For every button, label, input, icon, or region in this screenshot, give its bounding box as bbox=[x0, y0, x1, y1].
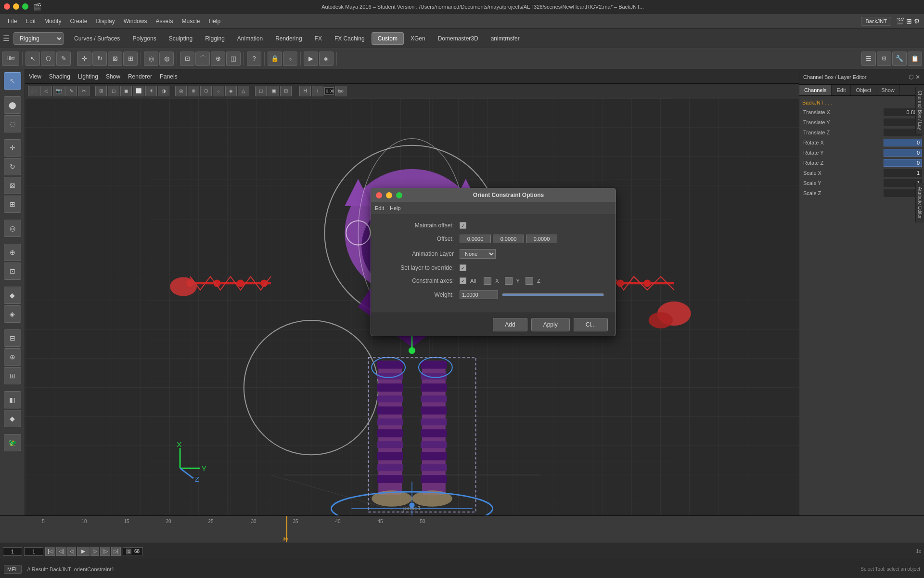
attr-value-rotatex[interactable]: 0 bbox=[884, 139, 922, 146]
dialog-close-footer-btn[interactable]: Cl... bbox=[574, 318, 608, 331]
camera-name[interactable]: BackJNT bbox=[861, 17, 891, 26]
question-btn[interactable]: ? bbox=[247, 52, 261, 66]
lasso-tool-btn[interactable]: ⬡ bbox=[41, 52, 55, 66]
soft-select-tool[interactable]: ◎ bbox=[4, 220, 21, 237]
timeline-scrubber[interactable]: 5 10 15 20 25 30 35 40 45 50 39 bbox=[0, 516, 924, 542]
universal-tool-btn[interactable]: ⊞ bbox=[123, 52, 138, 66]
menu-edit[interactable]: Edit bbox=[22, 16, 39, 26]
vp-cam-btn[interactable]: 🎥 bbox=[28, 86, 39, 96]
snap-point-btn[interactable]: ⊕ bbox=[211, 52, 225, 66]
attribute-editor-icon[interactable]: ⚙ bbox=[877, 52, 891, 66]
channel-box-side-tab[interactable]: Channel Box / Lay bbox=[915, 87, 924, 134]
rotate-tool-side[interactable]: ↻ bbox=[4, 158, 21, 175]
menu-file[interactable]: File bbox=[4, 16, 21, 26]
render-frame-btn[interactable]: ▶ bbox=[304, 52, 318, 66]
tab-rigging[interactable]: Rigging bbox=[199, 33, 231, 44]
viewport-menu-lighting[interactable]: Lighting bbox=[78, 73, 98, 80]
soft-mod-btn[interactable]: ◎ bbox=[144, 52, 158, 66]
go-start-btn[interactable]: |◁ bbox=[45, 547, 55, 556]
offset-x-input[interactable] bbox=[460, 235, 491, 243]
tab-edit[interactable]: Edit bbox=[832, 85, 851, 95]
attr-value-scalex[interactable]: 1 bbox=[884, 169, 922, 177]
tab-animtrnsfer[interactable]: animtrnsfer bbox=[485, 33, 526, 44]
offset-y-input[interactable] bbox=[493, 235, 524, 243]
vp-smooth-btn[interactable]: ◼ bbox=[120, 86, 132, 96]
vp-texture-btn[interactable]: ⬜ bbox=[133, 86, 144, 96]
universal-tool-side[interactable]: ⊞ bbox=[4, 196, 21, 213]
vp-grid-btn[interactable]: ⊞ bbox=[95, 86, 107, 96]
outliner-icon[interactable]: 📋 bbox=[908, 52, 922, 66]
menu-display[interactable]: Display bbox=[92, 16, 118, 26]
dialog-close-btn[interactable] bbox=[376, 192, 382, 198]
set-layer-checkbox[interactable] bbox=[460, 264, 466, 271]
vp-deform-btn[interactable]: ◈ bbox=[225, 86, 237, 96]
close-button[interactable] bbox=[4, 3, 10, 10]
viewport-menu-view[interactable]: View bbox=[29, 73, 41, 80]
tab-object[interactable]: Object bbox=[851, 85, 876, 95]
apply-button[interactable]: Apply bbox=[531, 318, 570, 331]
dialog-menu-edit[interactable]: Edit bbox=[375, 205, 384, 211]
vp-cv-btn[interactable]: ⊕ bbox=[188, 86, 199, 96]
vp-paint-btn[interactable]: ✎ bbox=[65, 86, 77, 96]
vp-prev-btn[interactable]: ◁ bbox=[40, 86, 52, 96]
tab-fx-caching[interactable]: FX Caching bbox=[329, 33, 371, 44]
snap-surface-btn[interactable]: ◫ bbox=[226, 52, 241, 66]
lasso-tool[interactable]: ◌ bbox=[4, 115, 21, 132]
prev-frame-btn[interactable]: ◁ bbox=[67, 547, 76, 556]
move-tool-btn[interactable]: ✛ bbox=[77, 52, 91, 66]
vp-resolution-btn[interactable]: ◻ bbox=[255, 86, 267, 96]
tab-xgen[interactable]: XGen bbox=[405, 33, 431, 44]
hist-btn[interactable]: Hist bbox=[2, 52, 19, 66]
vp-snap-btn[interactable]: 📷 bbox=[53, 86, 64, 96]
viewport-menu-renderer[interactable]: Renderer bbox=[128, 73, 152, 80]
next-frame-btn[interactable]: ▷ bbox=[90, 547, 99, 556]
maximize-button[interactable] bbox=[22, 3, 28, 10]
tab-channels[interactable]: Channels bbox=[799, 85, 832, 95]
channel-box-icon[interactable]: ☰ bbox=[861, 52, 876, 66]
settings-icon[interactable]: ⚙ bbox=[914, 17, 920, 25]
sidebar-toggle-icon[interactable]: ☰ bbox=[3, 34, 10, 43]
vp-geo-btn[interactable]: △ bbox=[238, 86, 249, 96]
y-axis-checkbox[interactable] bbox=[505, 277, 513, 285]
tab-fx[interactable]: FX bbox=[309, 33, 328, 44]
next-key-btn[interactable]: |▷ bbox=[100, 547, 110, 556]
viewport-menu-show[interactable]: Show bbox=[106, 73, 120, 80]
vp-light-btn[interactable]: ☀ bbox=[145, 86, 157, 96]
keyframe-btn[interactable]: ⬦ bbox=[283, 52, 297, 66]
vp-xray-btn[interactable]: ◎ bbox=[175, 86, 187, 96]
add-button[interactable]: Add bbox=[493, 318, 527, 331]
all-axes-checkbox[interactable] bbox=[460, 277, 466, 284]
module-dropdown[interactable]: Rigging Animation Modeling bbox=[13, 32, 64, 45]
paint-select-tool[interactable]: ⬤ bbox=[4, 96, 21, 114]
scale-tool-side[interactable]: ⊠ bbox=[4, 177, 21, 194]
attr-value-rotatey[interactable]: 0 bbox=[884, 149, 922, 157]
mel-tag[interactable]: MEL bbox=[4, 565, 22, 574]
layer-tool[interactable]: ⊕ bbox=[4, 348, 21, 366]
vp-box-btn[interactable]: ◻ bbox=[108, 86, 119, 96]
vp-anim-btn[interactable]: ⬦ bbox=[213, 86, 224, 96]
menu-muscle[interactable]: Muscle bbox=[178, 16, 204, 26]
snap-grid-btn[interactable]: ⊡ bbox=[180, 52, 194, 66]
menu-help[interactable]: Help bbox=[205, 16, 224, 26]
attribute-editor-side-tab[interactable]: Attribute Editor bbox=[915, 183, 924, 223]
prev-key-btn[interactable]: ◁| bbox=[56, 547, 66, 556]
paint-sel-btn[interactable]: ✎ bbox=[56, 52, 71, 66]
scale-tool-btn[interactable]: ⊠ bbox=[108, 52, 122, 66]
grid-display-tool[interactable]: ⊟ bbox=[4, 329, 21, 347]
constraint-tool[interactable]: ⊡ bbox=[4, 263, 21, 280]
dialog-menu-help[interactable]: Help bbox=[390, 205, 401, 211]
rotate-tool-btn[interactable]: ↻ bbox=[92, 52, 107, 66]
window-controls[interactable] bbox=[4, 3, 28, 10]
time-tool[interactable]: ⊞ bbox=[4, 367, 21, 384]
channel-box-close-icon[interactable]: ✕ bbox=[915, 74, 920, 80]
weight-input[interactable] bbox=[460, 290, 498, 299]
sculpt-btn[interactable]: ◍ bbox=[159, 52, 174, 66]
weight-slider[interactable] bbox=[502, 293, 604, 296]
paint-tool[interactable]: ◈ bbox=[4, 305, 21, 323]
vp-shadow-btn[interactable]: ◑ bbox=[158, 86, 169, 96]
deform-tool[interactable]: ◆ bbox=[4, 287, 21, 304]
dialog-maximize-btn[interactable] bbox=[396, 192, 402, 198]
viewport-menu-panels[interactable]: Panels bbox=[160, 73, 178, 80]
tab-show[interactable]: Show bbox=[876, 85, 900, 95]
select-tool[interactable]: ↖ bbox=[4, 72, 21, 90]
